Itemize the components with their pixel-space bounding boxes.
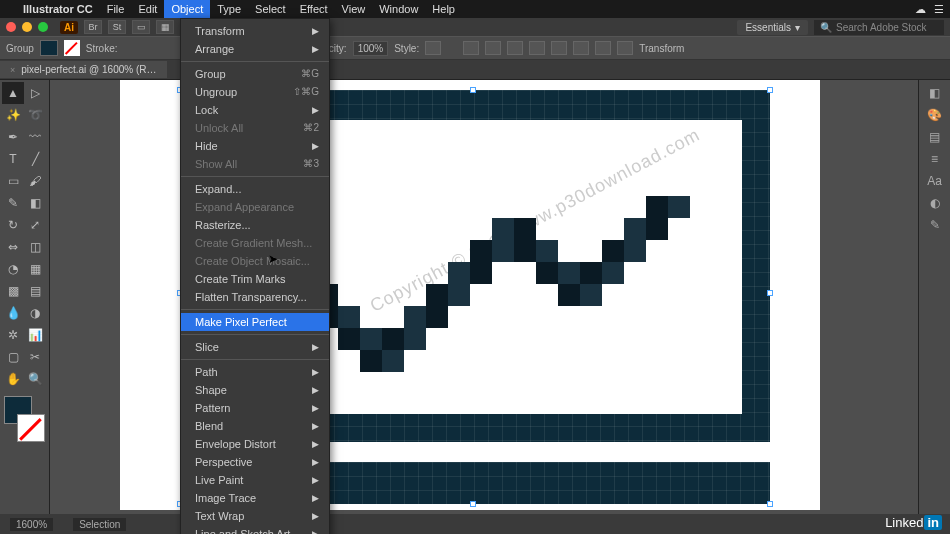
selection-tool[interactable]: ▲ <box>2 82 24 104</box>
blend-tool[interactable]: ◑ <box>24 302 46 324</box>
symbol-sprayer-tool[interactable]: ✲ <box>2 324 24 346</box>
zoom-tool[interactable]: 🔍 <box>24 368 46 390</box>
document-tab[interactable]: × pixel-perfect.ai @ 1600% (R… <box>0 61 167 78</box>
align-button[interactable] <box>551 41 567 55</box>
rectangle-tool[interactable]: ▭ <box>2 170 24 192</box>
column-graph-tool[interactable]: 📊 <box>24 324 46 346</box>
eraser-tool[interactable]: ◧ <box>24 192 46 214</box>
menu-help[interactable]: Help <box>425 0 462 18</box>
fill-stroke-control[interactable] <box>2 396 47 442</box>
shaper-tool[interactable]: ✎ <box>2 192 24 214</box>
menu-view[interactable]: View <box>335 0 373 18</box>
search-input[interactable]: 🔍Search Adobe Stock <box>814 20 944 35</box>
curvature-tool[interactable]: 〰 <box>24 126 46 148</box>
align-button[interactable] <box>529 41 545 55</box>
selection-handle[interactable] <box>470 87 476 93</box>
maximize-window-button[interactable] <box>38 22 48 32</box>
align-button[interactable] <box>617 41 633 55</box>
opacity-field[interactable]: 100% <box>353 41 389 56</box>
menu-item-hide[interactable]: Hide▶ <box>181 137 329 155</box>
workspace-switcher[interactable]: Essentials▾ <box>737 20 808 35</box>
menu-item-flatten-transparency-[interactable]: Flatten Transparency... <box>181 288 329 306</box>
mesh-tool[interactable]: ▩ <box>2 280 24 302</box>
menu-item-ungroup[interactable]: Ungroup⇧⌘G <box>181 83 329 101</box>
menu-item-pattern[interactable]: Pattern▶ <box>181 399 329 417</box>
zoom-field[interactable]: 1600% <box>10 518 53 531</box>
menu-item-lock[interactable]: Lock▶ <box>181 101 329 119</box>
shape-builder-tool[interactable]: ◔ <box>2 258 24 280</box>
stock-button[interactable]: St <box>108 20 126 34</box>
style-button[interactable] <box>425 41 441 55</box>
menu-file[interactable]: File <box>100 0 132 18</box>
menu-item-make-pixel-perfect[interactable]: Make Pixel Perfect <box>181 313 329 331</box>
menu-select[interactable]: Select <box>248 0 293 18</box>
menu-item-rasterize-[interactable]: Rasterize... <box>181 216 329 234</box>
gradient-tool[interactable]: ▤ <box>24 280 46 302</box>
cloud-icon[interactable]: ☁ <box>915 3 926 16</box>
close-tab-icon[interactable]: × <box>10 65 15 75</box>
fill-swatch[interactable] <box>40 40 58 56</box>
menu-item-shape[interactable]: Shape▶ <box>181 381 329 399</box>
menu-item-image-trace[interactable]: Image Trace▶ <box>181 489 329 507</box>
align-button[interactable] <box>485 41 501 55</box>
line-tool[interactable]: ╱ <box>24 148 46 170</box>
menu-item-text-wrap[interactable]: Text Wrap▶ <box>181 507 329 525</box>
panel-icon[interactable]: ▤ <box>929 130 940 144</box>
panel-icon[interactable]: ≡ <box>931 152 938 166</box>
hand-tool[interactable]: ✋ <box>2 368 24 390</box>
menu-item-perspective[interactable]: Perspective▶ <box>181 453 329 471</box>
list-icon[interactable]: ☰ <box>934 3 944 16</box>
menu-item-transform[interactable]: Transform▶ <box>181 22 329 40</box>
perspective-tool[interactable]: ▦ <box>24 258 46 280</box>
selection-handle[interactable] <box>767 501 773 507</box>
close-window-button[interactable] <box>6 22 16 32</box>
rotate-tool[interactable]: ↻ <box>2 214 24 236</box>
panel-icon[interactable]: ◐ <box>930 196 940 210</box>
menu-item-expand-[interactable]: Expand... <box>181 180 329 198</box>
menu-item-create-trim-marks[interactable]: Create Trim Marks <box>181 270 329 288</box>
magic-wand-tool[interactable]: ✨ <box>2 104 24 126</box>
align-button[interactable] <box>507 41 523 55</box>
selection-handle[interactable] <box>767 290 773 296</box>
menu-item-line-and-sketch-art[interactable]: Line and Sketch Art▶ <box>181 525 329 534</box>
minimize-window-button[interactable] <box>22 22 32 32</box>
pen-tool[interactable]: ✒ <box>2 126 24 148</box>
menu-item-path[interactable]: Path▶ <box>181 363 329 381</box>
width-tool[interactable]: ⇔ <box>2 236 24 258</box>
menu-type[interactable]: Type <box>210 0 248 18</box>
panel-icon[interactable]: ✎ <box>930 218 940 232</box>
menu-window[interactable]: Window <box>372 0 425 18</box>
menu-item-live-paint[interactable]: Live Paint▶ <box>181 471 329 489</box>
stroke-swatch[interactable] <box>64 40 80 56</box>
toolbar-button[interactable]: ▦ <box>156 20 174 34</box>
align-button[interactable] <box>595 41 611 55</box>
menu-effect[interactable]: Effect <box>293 0 335 18</box>
transform-label[interactable]: Transform <box>639 43 684 54</box>
app-name[interactable]: Illustrator CC <box>16 0 100 18</box>
menu-item-blend[interactable]: Blend▶ <box>181 417 329 435</box>
panel-icon[interactable]: 🎨 <box>927 108 942 122</box>
menu-item-slice[interactable]: Slice▶ <box>181 338 329 356</box>
free-transform-tool[interactable]: ◫ <box>24 236 46 258</box>
slice-tool[interactable]: ✂ <box>24 346 46 368</box>
paintbrush-tool[interactable]: 🖌 <box>24 170 46 192</box>
menu-object[interactable]: Object <box>164 0 210 18</box>
menu-item-envelope-distort[interactable]: Envelope Distort▶ <box>181 435 329 453</box>
panel-icon[interactable]: Aa <box>927 174 942 188</box>
menu-item-arrange[interactable]: Arrange▶ <box>181 40 329 58</box>
type-tool[interactable]: T <box>2 148 24 170</box>
toolbar-button[interactable]: ▭ <box>132 20 150 34</box>
lasso-tool[interactable]: ➰ <box>24 104 46 126</box>
align-button[interactable] <box>463 41 479 55</box>
selection-handle[interactable] <box>470 501 476 507</box>
stroke-color-swatch[interactable] <box>17 414 45 442</box>
eyedropper-tool[interactable]: 💧 <box>2 302 24 324</box>
align-button[interactable] <box>573 41 589 55</box>
direct-selection-tool[interactable]: ▷ <box>24 82 46 104</box>
panel-icon[interactable]: ◧ <box>929 86 940 100</box>
menu-edit[interactable]: Edit <box>131 0 164 18</box>
selection-handle[interactable] <box>767 87 773 93</box>
bridge-button[interactable]: Br <box>84 20 102 34</box>
menu-item-group[interactable]: Group⌘G <box>181 65 329 83</box>
artboard-tool[interactable]: ▢ <box>2 346 24 368</box>
